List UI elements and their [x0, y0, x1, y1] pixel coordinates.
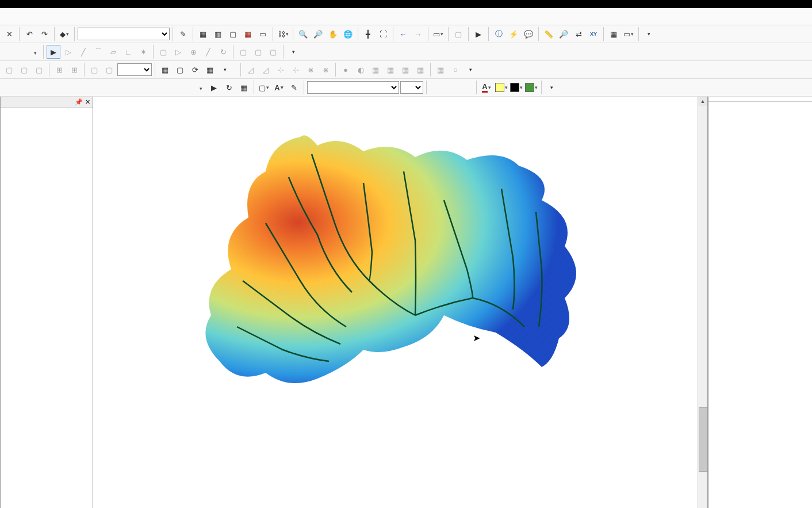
marker-color-picker[interactable] [524, 81, 538, 94]
menu-select[interactable] [24, 15, 36, 18]
fill-color-picker[interactable] [495, 81, 508, 94]
fixed-zoom-out-button[interactable]: ⛶ [376, 27, 390, 41]
find-route-button[interactable]: ⇄ [572, 27, 585, 41]
draw-menu[interactable] [196, 83, 206, 92]
map-canvas[interactable]: ➤ ▲ [93, 97, 708, 508]
edit-vertices[interactable]: ✎ [287, 81, 301, 94]
font-size-combo[interactable] [400, 81, 423, 94]
menu-geoprocessing[interactable] [36, 15, 47, 18]
font-color-picker[interactable]: A [480, 81, 493, 94]
toolbar-options-icon[interactable]: ▾ [286, 45, 300, 59]
create-viewer-button[interactable]: ▭ [622, 27, 635, 41]
find-button[interactable]: 🔎 [557, 27, 570, 41]
go-to-xy-button[interactable]: XY [587, 27, 600, 41]
select-elements-tool[interactable]: ▶ [207, 81, 221, 94]
focus-data-frame[interactable]: ▢ [173, 63, 187, 77]
italic-button[interactable] [445, 81, 458, 94]
measure-button[interactable]: 📏 [542, 27, 556, 41]
georef-tool9: ▦ [369, 63, 382, 77]
underline-button[interactable] [459, 81, 473, 94]
cursor-icon: ➤ [473, 333, 480, 343]
vertical-scrollbar[interactable]: ▲ [698, 97, 707, 508]
clear-selection-button[interactable]: ▢ [451, 27, 465, 41]
undo-button[interactable]: ↶ [22, 27, 36, 41]
toggle-draft-mode[interactable]: ▦ [158, 63, 172, 77]
full-extent-button[interactable]: 🌐 [341, 27, 355, 41]
direction-distance: ⊕ [186, 45, 200, 59]
rotate-tool[interactable]: ↻ [222, 81, 236, 94]
zoom-whole-page: ⊞ [52, 63, 66, 77]
end-point-arc: ▢ [156, 45, 170, 59]
catalog-button[interactable]: ▥ [211, 27, 225, 41]
data-driven-pages[interactable]: ▦ [203, 63, 217, 77]
search-window-button[interactable]: ▢ [226, 27, 240, 41]
select-elements-button[interactable]: ▶ [472, 27, 485, 41]
layout-zoom-combo[interactable] [117, 63, 152, 76]
bold-button[interactable] [430, 81, 443, 94]
change-layout[interactable]: ⟳ [188, 63, 202, 77]
map-scale-combo[interactable] [78, 28, 170, 40]
toolbar-options-icon[interactable]: ▾ [218, 63, 232, 77]
arctoolbox-button[interactable]: ▦ [241, 27, 255, 41]
toolbar-options-icon[interactable]: ▾ [464, 63, 477, 77]
trace-tool: ▱ [106, 45, 120, 59]
georef-tool5: ⋇ [304, 63, 317, 77]
layout-zoom-out: ▢ [17, 63, 31, 77]
forward-extent-button[interactable]: → [411, 27, 425, 41]
menu-bar [0, 8, 812, 25]
toc-button[interactable]: ▦ [196, 27, 210, 41]
back-extent-button[interactable]: ← [396, 27, 410, 41]
georef-tool14: ○ [449, 63, 462, 77]
toolbar-options-icon[interactable]: ▾ [545, 81, 558, 94]
add-data-button[interactable]: ◆ [58, 27, 71, 41]
arctoolbox-title [708, 97, 812, 102]
menu-window[interactable] [59, 15, 70, 18]
new-text[interactable]: A [272, 81, 286, 94]
time-slider-button[interactable]: ▦ [607, 27, 621, 41]
menu-help[interactable] [70, 15, 82, 18]
georef-tool13: ▦ [434, 63, 447, 77]
georef-tool10: ▦ [384, 63, 397, 77]
layout-pan: ▢ [32, 63, 46, 77]
fixed-zoom-in-button[interactable]: ╋ [361, 27, 375, 41]
scroll-thumb[interactable] [699, 407, 708, 472]
html-popup-button[interactable]: 💬 [522, 27, 535, 41]
zoom-100: ⊞ [67, 63, 81, 77]
arctoolbox-panel [708, 97, 812, 508]
select-features-button[interactable]: ▭ [431, 27, 445, 41]
toolbar-options-icon[interactable]: ▾ [642, 27, 656, 41]
georef-tool6: ⋇ [319, 63, 332, 77]
table-of-contents-panel: 📌 ✕ [0, 97, 93, 508]
pan-button[interactable]: ✋ [326, 27, 340, 41]
menu-customize[interactable] [47, 15, 59, 18]
font-family-combo[interactable] [307, 81, 399, 94]
cut-polygons: ▢ [266, 45, 280, 59]
hyperlink-button[interactable]: ⚡ [507, 27, 520, 41]
close-icon[interactable]: ✕ [85, 98, 90, 106]
georef-tool1: ◿ [244, 63, 258, 77]
georef-tool2: ◿ [259, 63, 273, 77]
zoom-out-button[interactable]: 🔎 [311, 27, 325, 41]
rotate-tool: ↻ [216, 45, 230, 59]
georef-tool8: ◐ [354, 63, 367, 77]
georef-tool7: ● [339, 63, 353, 77]
model-builder-button[interactable]: ⛓ [276, 27, 290, 41]
line-color-picker[interactable] [510, 81, 523, 94]
new-rectangle[interactable]: ▢ [257, 81, 271, 94]
python-window-button[interactable]: ▭ [256, 27, 270, 41]
toolbox-tree[interactable] [708, 102, 812, 508]
zoom-to-selected[interactable]: ▦ [237, 81, 251, 94]
menu-bookmarks[interactable] [1, 15, 13, 18]
right-angle: ∟ [121, 45, 135, 59]
menu-insert[interactable] [13, 15, 24, 18]
zoom-in-button[interactable]: 🔍 [296, 27, 310, 41]
delete-button[interactable]: ✕ [2, 27, 16, 41]
scroll-up-arrow[interactable]: ▲ [698, 97, 707, 106]
editor-toolbar-button[interactable]: ✎ [176, 27, 190, 41]
distance-distance: ▷ [171, 45, 185, 59]
redo-button[interactable]: ↷ [37, 27, 51, 41]
editor-menu[interactable] [30, 48, 40, 56]
identify-button[interactable]: ⓘ [492, 27, 505, 41]
edit-tool[interactable]: ▶ [47, 45, 60, 59]
pin-icon[interactable]: 📌 [75, 98, 83, 106]
